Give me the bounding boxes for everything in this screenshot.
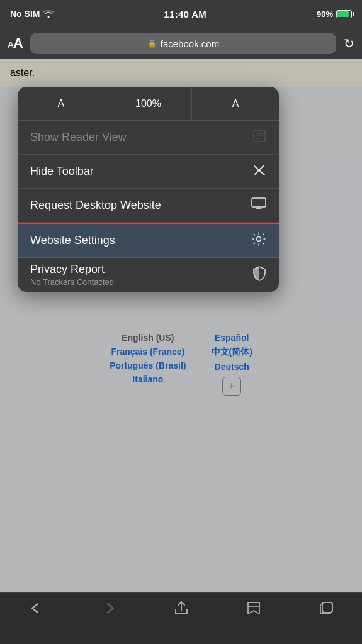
font-small-a: A [58, 98, 65, 109]
show-reader-view-label: Show Reader View [30, 131, 127, 144]
address-bar[interactable]: 🔒 facebook.com [30, 33, 336, 54]
request-desktop-item[interactable]: Request Desktop Website [18, 189, 279, 223]
request-desktop-label: Request Desktop Website [30, 199, 161, 212]
privacy-report-texts: Privacy Report No Trackers Contacted [30, 263, 114, 287]
battery-pct: 90% [317, 9, 333, 19]
wifi-icon [43, 10, 54, 18]
font-size-row: A 100% A [18, 87, 279, 121]
font-large-a: A [232, 98, 239, 109]
status-right: 90% [317, 9, 352, 19]
dropdown-menu: A 100% A Show Reader View [18, 87, 279, 292]
privacy-report-label: Privacy Report [30, 263, 114, 276]
font-size-pct: 100% [135, 98, 161, 109]
gear-icon [251, 231, 266, 250]
svg-rect-6 [252, 198, 266, 207]
font-increase-button[interactable]: A [192, 87, 279, 120]
hide-toolbar-item[interactable]: Hide Toolbar [18, 155, 279, 189]
hide-toolbar-label: Hide Toolbar [30, 165, 94, 178]
lock-icon: 🔒 [147, 39, 157, 48]
shield-icon [252, 266, 266, 284]
carrier-label: No SIM [10, 9, 40, 19]
font-size-display: 100% [105, 87, 192, 120]
time-display: 11:40 AM [164, 9, 206, 19]
privacy-report-subtitle: No Trackers Contacted [30, 277, 114, 287]
status-left: No SIM [10, 9, 54, 19]
website-settings-item[interactable]: Website Settings [18, 224, 279, 258]
hide-toolbar-icon [252, 163, 266, 180]
url-text: facebook.com [161, 38, 219, 49]
status-bar: No SIM 11:40 AM 90% [0, 0, 362, 28]
desktop-icon [251, 197, 266, 213]
aa-button[interactable]: A A [8, 35, 23, 52]
aa-small: A [8, 39, 13, 50]
website-settings-label: Website Settings [30, 234, 115, 247]
refresh-button[interactable]: ↻ [344, 36, 354, 51]
svg-point-9 [257, 237, 261, 242]
reader-icon [252, 129, 266, 146]
battery-icon [336, 10, 352, 18]
font-decrease-button[interactable]: A [18, 87, 105, 120]
aa-large: A [13, 35, 23, 52]
browser-toolbar: A A 🔒 facebook.com ↻ [0, 28, 362, 59]
privacy-report-item[interactable]: Privacy Report No Trackers Contacted [18, 258, 279, 292]
show-reader-view-item[interactable]: Show Reader View [18, 121, 279, 155]
